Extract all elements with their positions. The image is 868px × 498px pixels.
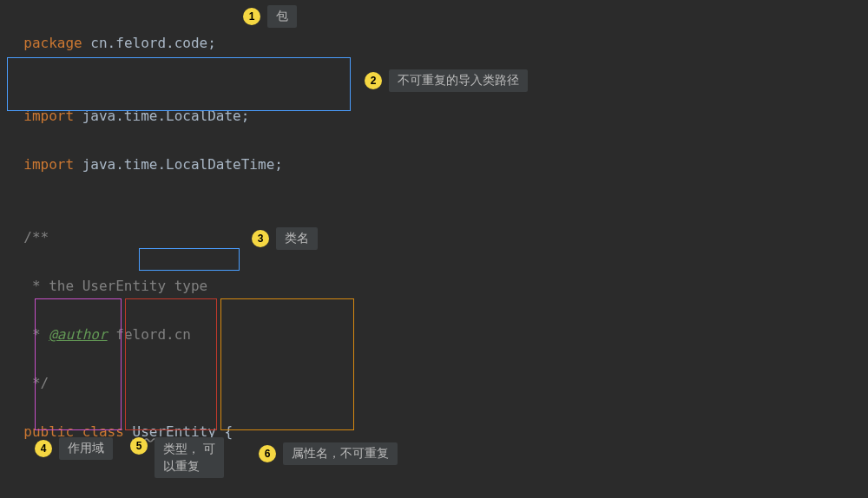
annotation-1: 1 包 bbox=[243, 5, 297, 28]
badge-label: 类名 bbox=[276, 227, 318, 250]
annotation-3: 3 类名 bbox=[252, 227, 318, 250]
import-path-1: java.time.LocalDate bbox=[82, 108, 241, 124]
keyword-import: import bbox=[23, 108, 74, 124]
javadoc-close: */ bbox=[0, 347, 868, 396]
badge-number-icon: 5 bbox=[130, 437, 148, 455]
badge-label: 类型， 可以重复 bbox=[155, 437, 224, 478]
badge-number-icon: 3 bbox=[252, 230, 269, 247]
badge-number-icon: 4 bbox=[35, 440, 52, 457]
javadoc-author-tag: @author bbox=[49, 326, 107, 343]
import-path-2: java.time.LocalDateTime bbox=[82, 156, 275, 173]
package-path: cn.felord.code bbox=[90, 35, 207, 51]
badge-number-icon: 2 bbox=[365, 72, 382, 89]
javadoc-desc: * the UserEntity type bbox=[0, 250, 868, 298]
javadoc-author: * @author felord.cn bbox=[0, 298, 868, 347]
badge-label: 包 bbox=[267, 5, 297, 28]
javadoc-open: /** bbox=[0, 201, 868, 250]
annotation-2: 2 不可重复的导入类路径 bbox=[365, 69, 528, 92]
badge-label: 作用域 bbox=[59, 437, 113, 460]
keyword-import: import bbox=[23, 156, 74, 173]
badge-number-icon: 6 bbox=[259, 445, 276, 462]
badge-number-icon: 1 bbox=[243, 8, 260, 25]
line-package: package cn.felord.code; bbox=[0, 7, 868, 56]
line-import-2: import java.time.LocalDateTime; bbox=[0, 128, 868, 177]
keyword-package: package bbox=[23, 35, 82, 51]
annotation-5: 5 类型， 可以重复 bbox=[130, 437, 224, 478]
annotation-4: 4 作用域 bbox=[35, 437, 113, 460]
blank-line bbox=[0, 177, 868, 201]
badge-label: 属性名，不可重复 bbox=[283, 442, 398, 465]
badge-label: 不可重复的导入类路径 bbox=[389, 69, 528, 92]
annotation-6: 6 属性名，不可重复 bbox=[259, 442, 398, 465]
